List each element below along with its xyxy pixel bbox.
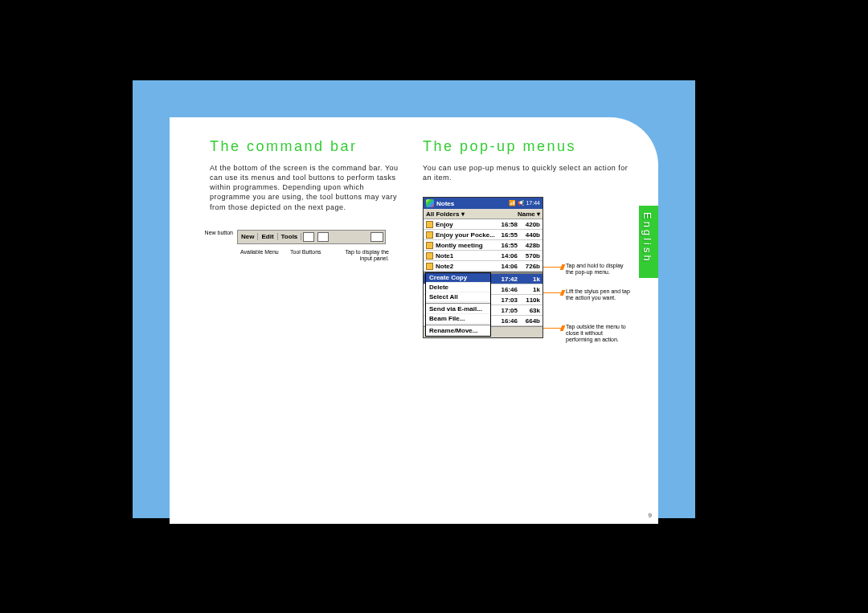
language-label: English: [641, 212, 653, 264]
caption-tool-buttons: Tool Buttons: [290, 249, 321, 255]
left-column: The command bar At the bottom of the scr…: [210, 138, 407, 278]
cmdbar-tools: Tools: [278, 233, 302, 240]
item-time: 16:46: [495, 286, 518, 293]
item-name: Enjoy: [436, 221, 495, 228]
section-title-popup-menus: The pop-up menus: [423, 138, 632, 155]
list-item: Note114:06570b: [424, 251, 542, 261]
note-icon: [426, 263, 433, 270]
callout-tick: [560, 264, 566, 270]
pda-app-name: Notes: [436, 200, 454, 207]
list-item: Note214:06726b: [424, 261, 542, 272]
hdr-name: Name ▾: [518, 210, 540, 218]
menu-separator: [426, 325, 490, 325]
page-inner: The command bar At the bottom of the scr…: [170, 117, 658, 524]
item-size: 570b: [518, 252, 540, 260]
item-size: 63k: [518, 307, 540, 314]
callout-3: Tap outside the menu to close it without…: [566, 324, 630, 343]
callout-tick: [560, 325, 566, 331]
tool-icon: [303, 232, 314, 242]
pda-rows: Enjoy16:58420bEnjoy your Pocke...16:5544…: [424, 219, 542, 272]
item-time: 14:06: [495, 263, 518, 270]
callout-2: Lift the stylus pen and tap the action y…: [566, 288, 630, 301]
language-tab: English: [639, 206, 658, 278]
page-frame: The command bar At the bottom of the scr…: [133, 80, 695, 518]
item-size: 1k: [518, 276, 540, 283]
cmdbar-edit: Edit: [258, 233, 277, 240]
command-bar-body: At the bottom of the screen is the comma…: [210, 163, 407, 212]
pda-figure: Notes 📶 📢 17:44 All Folders ▾ Name ▾ Enj…: [423, 197, 543, 345]
pda-status: 📶 📢 17:44: [509, 200, 540, 206]
item-size: 110k: [518, 296, 540, 304]
pda-titlebar: Notes 📶 📢 17:44: [424, 198, 542, 209]
item-time: 17:03: [495, 296, 518, 304]
item-time: 17:05: [495, 307, 518, 314]
list-item: Montly meeting16:55428b: [424, 240, 542, 251]
tool-icon: [317, 232, 329, 242]
list-item: Enjoy your Pocke...16:55440b: [424, 230, 542, 240]
note-icon: [426, 242, 433, 249]
note-icon: [426, 252, 433, 260]
item-size: 726b: [518, 263, 540, 270]
caption-tap-display: Tap to display the input panel.: [345, 249, 389, 262]
item-time: 14:06: [495, 252, 518, 260]
keyboard-icon: [371, 232, 383, 242]
page-number: 9: [649, 512, 652, 519]
note-icon: [426, 221, 433, 228]
item-size: 420b: [518, 221, 540, 228]
pda-list-header: All Folders ▾ Name ▾: [424, 209, 542, 219]
popup-body: You can use pop-up menus to quickly sele…: [423, 163, 632, 182]
item-name: Note1: [436, 252, 495, 260]
windows-icon: [426, 199, 434, 207]
item-name: Note2: [436, 263, 495, 270]
menu-item: Select All: [426, 292, 490, 302]
callout-tick: [560, 290, 566, 296]
item-size: 440b: [518, 231, 540, 239]
command-bar-image: New Edit Tools: [237, 230, 386, 244]
menu-separator: [426, 303, 490, 304]
caption-available-menu: Available Menu: [240, 249, 279, 255]
cmdbar-new: New: [238, 233, 258, 240]
section-title-command-bar: The command bar: [210, 138, 407, 155]
command-bar-figure: New button New Edit Tools Available Menu…: [210, 230, 407, 278]
menu-item: Delete: [426, 283, 490, 292]
item-time: 16:55: [495, 231, 518, 239]
item-size: 428b: [518, 242, 540, 249]
item-size: 664b: [518, 317, 540, 325]
item-size: 1k: [518, 286, 540, 293]
item-name: Enjoy your Pocke...: [436, 231, 495, 239]
item-time: 17:42: [495, 276, 518, 283]
menu-item: Rename/Move...: [426, 326, 490, 336]
right-column: The pop-up menus You can use pop-up menu…: [423, 138, 632, 345]
note-icon: [426, 231, 433, 239]
item-time: 16:55: [495, 242, 518, 249]
list-item: Enjoy16:58420b: [424, 219, 542, 230]
menu-item: Send via E-mail...: [426, 304, 490, 314]
callout-1: Tap and hold to display the pop-up menu.: [566, 263, 630, 276]
item-time: 16:46: [495, 317, 518, 325]
label-new-button: New button: [204, 230, 233, 236]
item-time: 16:58: [495, 221, 518, 228]
menu-item: Beam File...: [426, 314, 490, 324]
menu-item: Create Copy: [426, 273, 490, 283]
context-menu: Create CopyDeleteSelect AllSend via E-ma…: [425, 272, 491, 337]
content-area: The command bar At the bottom of the scr…: [210, 138, 632, 345]
item-name: Montly meeting: [436, 242, 495, 249]
hdr-folders: All Folders ▾: [426, 210, 465, 218]
